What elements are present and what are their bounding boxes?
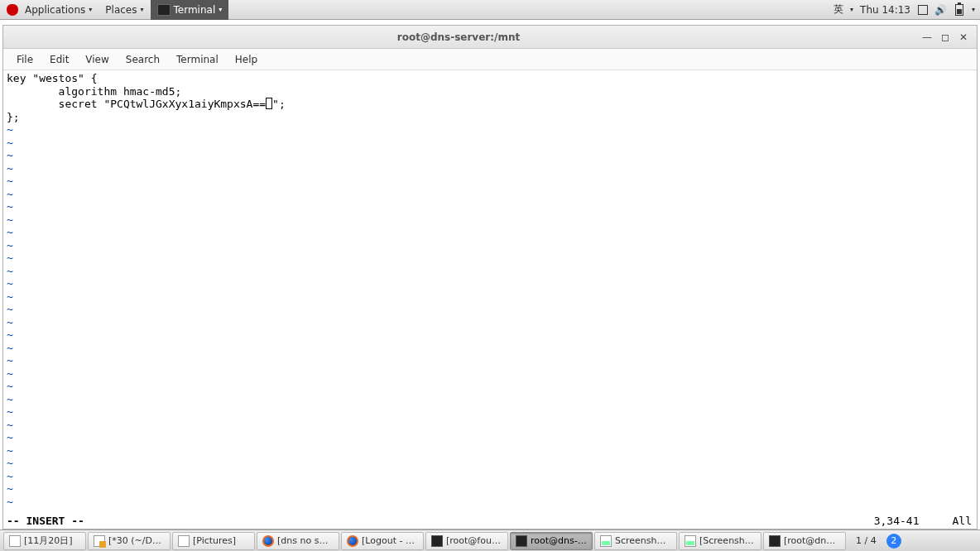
taskbar-item[interactable]: [Logout - … (341, 532, 424, 550)
taskbar-item-label: [root@foun… (446, 535, 502, 546)
taskbar-item[interactable]: [root@foun… (425, 532, 508, 550)
redhat-icon (7, 4, 18, 16)
notification-badge[interactable]: 2 (886, 534, 901, 549)
chevron-down-icon: ▾ (219, 6, 222, 13)
taskbar-item-label: [Logout - … (362, 535, 415, 546)
menu-view[interactable]: View (77, 51, 117, 68)
vim-tilde: ~ (7, 496, 13, 508)
vim-tilde: ~ (7, 419, 13, 431)
vim-tilde: ~ (7, 457, 13, 469)
menu-search[interactable]: Search (118, 51, 168, 68)
taskbar-item[interactable]: [Screenshot… (679, 532, 761, 550)
text-cursor (266, 98, 272, 109)
vim-tilde: ~ (7, 316, 13, 328)
vim-tilde: ~ (7, 252, 13, 264)
chevron-down-icon: ▾ (972, 6, 975, 13)
vim-tilde: ~ (7, 265, 13, 277)
chevron-down-icon: ▾ (850, 6, 853, 13)
vim-tilde: ~ (7, 482, 13, 495)
minimize-button[interactable]: — (922, 32, 932, 42)
maximize-button[interactable]: ◻ (940, 32, 950, 42)
close-button[interactable]: ✕ (958, 32, 968, 42)
chevron-down-icon: ▾ (140, 6, 143, 13)
vim-tilde: ~ (7, 137, 13, 149)
doc-icon (178, 535, 190, 547)
volume-icon[interactable] (935, 4, 947, 16)
applications-label: Applications (25, 4, 85, 16)
img-icon (685, 535, 696, 547)
window-title: root@dns-server:/mnt (3, 31, 914, 43)
terminal-menu[interactable]: Terminal ▾ (151, 0, 229, 20)
taskbar-item-label: [11月20日] (24, 534, 73, 547)
clock[interactable]: Thu 14:13 (860, 4, 910, 16)
applications-menu[interactable]: Applications ▾ (0, 0, 98, 20)
vim-tilde: ~ (7, 239, 13, 252)
edit-icon (94, 535, 105, 547)
taskbar-item-label: [dns no ser… (277, 535, 334, 546)
img-icon (600, 535, 612, 547)
vim-tilde: ~ (7, 213, 13, 226)
terminal-icon (157, 4, 171, 16)
vim-tilde: ~ (7, 431, 13, 443)
vim-tilde: ~ (7, 303, 13, 315)
taskbar-item-label: Screenshot … (615, 535, 671, 546)
editor-line-2: algorithm hmac-md5; (7, 85, 181, 98)
menu-edit[interactable]: Edit (41, 51, 77, 68)
vim-scroll-indicator: All (953, 515, 972, 528)
menu-file[interactable]: File (8, 51, 41, 68)
terminal-label: Terminal (174, 4, 216, 16)
terminal-content[interactable]: key "westos" { algorithm hmac-md5; secre… (3, 70, 977, 529)
taskbar-item-label: [Screenshot… (699, 535, 756, 546)
taskbar-item-label: [*30 (~/Des… (108, 535, 165, 546)
chevron-down-icon: ▾ (89, 6, 92, 13)
editor-line-1: key "westos" { (7, 72, 98, 84)
vim-tilde: ~ (7, 393, 13, 405)
vim-tilde: ~ (7, 123, 13, 136)
editor-line-3-tail: "; (272, 98, 286, 110)
ff-icon (347, 535, 358, 547)
menu-terminal[interactable]: Terminal (168, 51, 227, 68)
places-menu[interactable]: Places ▾ (98, 0, 150, 20)
ime-indicator[interactable]: 英 (833, 2, 843, 17)
terminal-menubar: File Edit View Search Terminal Help (3, 49, 977, 70)
vim-tilde: ~ (7, 470, 13, 482)
accessibility-icon[interactable] (917, 4, 929, 16)
taskbar-item-label: [root@dns-… (784, 535, 840, 546)
taskbar-item[interactable]: [Pictures] (172, 532, 255, 550)
taskbar-item[interactable]: [dns no ser… (257, 532, 339, 550)
places-label: Places (105, 4, 137, 16)
vim-tilde: ~ (7, 200, 13, 213)
taskbar-item[interactable]: [root@dns-… (763, 532, 846, 550)
vim-tilde: ~ (7, 444, 13, 457)
term-icon (516, 535, 527, 547)
doc-icon (9, 535, 21, 547)
vim-cursor-position: 3,34-41 (874, 515, 953, 528)
vim-tilde: ~ (7, 162, 13, 175)
vim-tilde: ~ (7, 342, 13, 354)
editor-line-4: }; (7, 111, 20, 123)
gnome-bottom-panel: [11月20日][*30 (~/Des…[Pictures][dns no se… (0, 529, 980, 551)
taskbar-item[interactable]: [*30 (~/Des… (88, 532, 171, 550)
vim-status-line: -- INSERT -- 3,34-41 All (7, 515, 972, 528)
term-icon (431, 535, 443, 547)
taskbar-item[interactable]: Screenshot … (594, 532, 677, 550)
vim-tilde: ~ (7, 149, 13, 161)
taskbar-item-label: root@dns-… (531, 535, 587, 546)
window-titlebar[interactable]: root@dns-server:/mnt — ◻ ✕ (3, 26, 977, 49)
taskbar-item-label: [Pictures] (193, 535, 236, 546)
gnome-top-panel: Applications ▾ Places ▾ Terminal ▾ 英 ▾ T… (0, 0, 980, 20)
term-icon (769, 535, 781, 547)
vim-tilde: ~ (7, 290, 13, 303)
vim-tilde: ~ (7, 328, 13, 341)
battery-icon[interactable] (954, 4, 965, 16)
vim-mode: -- INSERT -- (7, 515, 84, 528)
terminal-window: root@dns-server:/mnt — ◻ ✕ File Edit Vie… (2, 25, 978, 529)
vim-tilde: ~ (7, 277, 13, 290)
menu-help[interactable]: Help (227, 51, 266, 68)
taskbar-item[interactable]: [11月20日] (3, 532, 86, 550)
workspace-indicator[interactable]: 1 / 4 (851, 535, 882, 546)
taskbar-item[interactable]: root@dns-… (510, 532, 593, 550)
vim-tilde: ~ (7, 188, 13, 200)
vim-tilde: ~ (7, 354, 13, 367)
vim-tilde: ~ (7, 226, 13, 238)
